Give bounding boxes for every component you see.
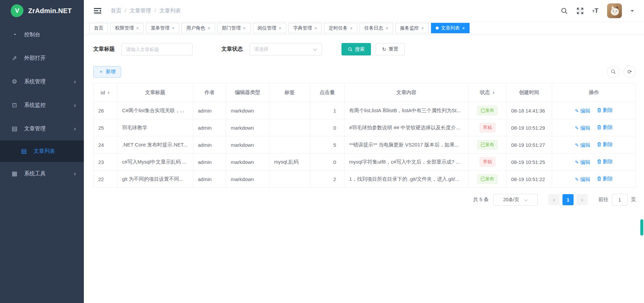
tab[interactable]: 字典管理 × — [288, 23, 322, 33]
cell-content: **错误提示** 当电脑更新 VS2017 版本后，如果... — [344, 136, 469, 154]
cell-editor-type: markdown — [226, 102, 269, 119]
tab[interactable]: 服务监控 × — [395, 23, 429, 33]
tab-label: 岗位管理 — [258, 25, 276, 31]
close-icon[interactable]: × — [385, 26, 388, 31]
goto-page-input[interactable] — [612, 194, 628, 206]
sidebar-item[interactable]: ▤ 文章列表 — [0, 140, 84, 162]
breadcrumb-item[interactable]: 首页 — [111, 7, 126, 14]
cell-id: 24 — [94, 136, 117, 154]
cell-content: 1，找到项目所在目录下的 .git/文件夹，进入.git/... — [344, 171, 469, 188]
font-size-icon[interactable]: тT — [592, 7, 598, 14]
topbar-actions: тT — [561, 3, 634, 18]
pencil-icon: ✎ — [575, 177, 579, 182]
avatar[interactable] — [607, 3, 622, 18]
column-header[interactable]: 状态 ▲▼ — [469, 83, 506, 102]
sidebar-collapse-icon[interactable] — [94, 7, 101, 14]
column-header[interactable]: 编辑器类型 — [226, 83, 269, 102]
status-badge: 已发布 — [477, 140, 498, 149]
next-page-button[interactable]: › — [577, 194, 588, 205]
cell-status: 已发布 — [469, 136, 506, 154]
tab[interactable]: 文章列表 × — [431, 23, 470, 33]
delete-button[interactable]: 删除 — [597, 159, 613, 165]
article-status-select[interactable]: 请选择 — [250, 43, 322, 55]
cell-id: 25 — [94, 119, 117, 136]
article-title-input[interactable] — [121, 43, 193, 55]
add-button[interactable]: ＋ 新增 — [93, 66, 121, 78]
table-row: 24 .NET Core 发布时提示.NET... admin markdown… — [94, 136, 636, 154]
sidebar-item[interactable]: ▦ 系统工具 ∨ — [0, 162, 84, 185]
reset-button[interactable]: ↻ 重置 — [376, 43, 405, 55]
tab[interactable]: 菜单管理 × — [146, 23, 179, 33]
tab[interactable]: 部门管理 × — [217, 23, 251, 33]
column-header[interactable]: 创建时间 — [506, 83, 552, 102]
active-dot-icon — [436, 27, 439, 30]
close-icon[interactable]: × — [172, 26, 174, 31]
table-body: 26 C#两个list集合实现关联，... admin markdown 1 有… — [94, 102, 636, 188]
sidebar-item[interactable]: ▤ 文章管理 ∧ — [0, 117, 84, 140]
prev-page-button[interactable]: ‹ — [548, 194, 559, 205]
close-icon[interactable]: × — [421, 26, 424, 31]
tab[interactable]: 岗位管理 × — [253, 23, 286, 33]
sidebar-item[interactable]: ⚙ 系统管理 ∨ — [0, 70, 84, 93]
sidebar-item[interactable]: ◔ 控制台 — [0, 23, 84, 46]
tab[interactable]: 权限管理 × — [110, 23, 144, 33]
column-header[interactable]: 作者 — [193, 83, 226, 102]
column-header[interactable]: 标签 — [269, 83, 310, 102]
tab-label: 定时任务 — [329, 25, 347, 31]
column-header[interactable]: id ▲▼ — [94, 83, 117, 102]
delete-button[interactable]: 删除 — [597, 141, 613, 148]
cell-hits: 2 — [310, 171, 344, 188]
scrollbar-thumb[interactable] — [640, 219, 643, 235]
close-icon[interactable]: × — [136, 26, 139, 31]
tab[interactable]: 任务日志 × — [360, 23, 393, 33]
chevron-down-icon[interactable] — [631, 10, 634, 13]
toggle-search-button[interactable] — [607, 66, 620, 78]
tab[interactable]: 首页 — [89, 23, 108, 33]
title-field-label: 文章标题 — [93, 46, 115, 53]
column-header[interactable]: 点击量 — [310, 83, 344, 102]
search-button[interactable]: 搜索 — [341, 43, 371, 55]
edit-button[interactable]: ✎ 编辑 — [575, 125, 590, 131]
edit-button[interactable]: ✎ 编辑 — [575, 176, 590, 183]
breadcrumb-item[interactable]: 文章管理 — [129, 7, 156, 14]
edit-button[interactable]: ✎ 编辑 — [575, 159, 590, 166]
cell-actions: ✎ 编辑 — [552, 154, 636, 171]
fullscreen-icon[interactable] — [577, 7, 584, 14]
search-icon[interactable] — [561, 7, 568, 14]
page-content: 文章标题 文章状态 请选择 搜索 — [84, 35, 644, 303]
tab-label: 部门管理 — [222, 25, 241, 31]
cell-actions: ✎ 编辑 — [552, 171, 636, 188]
column-header[interactable]: 文章标题 — [117, 83, 193, 102]
pencil-icon: ✎ — [575, 125, 579, 131]
close-icon[interactable]: × — [350, 26, 353, 31]
delete-button[interactable]: 删除 — [597, 124, 613, 131]
page-size-select[interactable]: 20条/页 — [493, 194, 538, 206]
total-count: 共 5 条 — [473, 197, 489, 203]
close-icon[interactable]: × — [243, 26, 246, 31]
goto-suffix: 页 — [631, 197, 636, 203]
trash-icon — [597, 159, 601, 164]
close-icon[interactable]: × — [314, 26, 317, 31]
close-icon[interactable]: × — [462, 26, 465, 31]
sidebar-item-label: 系统工具 — [24, 170, 67, 177]
cell-hits: 0 — [310, 119, 344, 136]
close-icon[interactable]: × — [279, 26, 281, 31]
column-header[interactable]: 文章内容 — [344, 83, 469, 102]
logo[interactable]: V ZrAdmin.NET — [0, 0, 84, 21]
sidebar-item[interactable]: ⇗ 外部打开 — [0, 46, 84, 70]
tab[interactable]: 定时任务 × — [324, 23, 357, 33]
delete-button[interactable]: 删除 — [597, 107, 613, 114]
status-badge: 草稿 — [480, 123, 495, 132]
column-header[interactable]: 操作 — [552, 83, 636, 102]
current-page[interactable]: 1 — [562, 194, 574, 205]
breadcrumb-item[interactable]: 文章列表 — [159, 7, 181, 14]
delete-button[interactable]: 删除 — [597, 176, 613, 182]
edit-button[interactable]: ✎ 编辑 — [575, 108, 590, 114]
cell-tags — [269, 136, 310, 154]
edit-button[interactable]: ✎ 编辑 — [575, 142, 590, 148]
cell-created-time: 08-19 10:51:25 — [506, 154, 552, 171]
sidebar-item[interactable]: ⊡ 系统监控 ∨ — [0, 93, 84, 117]
close-icon[interactable]: × — [207, 26, 210, 31]
tab[interactable]: 用户角色 × — [181, 23, 215, 33]
refresh-table-button[interactable]: ⟳ — [624, 66, 636, 78]
